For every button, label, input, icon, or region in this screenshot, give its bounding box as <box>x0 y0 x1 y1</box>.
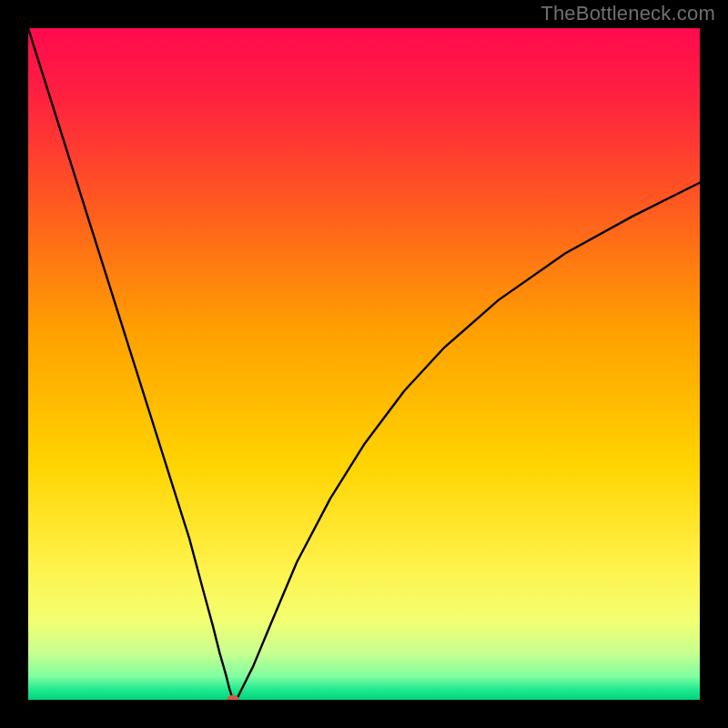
bottleneck-chart <box>28 28 700 700</box>
gradient-background <box>28 28 700 700</box>
chart-frame: TheBottleneck.com <box>0 0 728 728</box>
watermark-text: TheBottleneck.com <box>541 2 715 25</box>
plot-area <box>28 28 700 700</box>
